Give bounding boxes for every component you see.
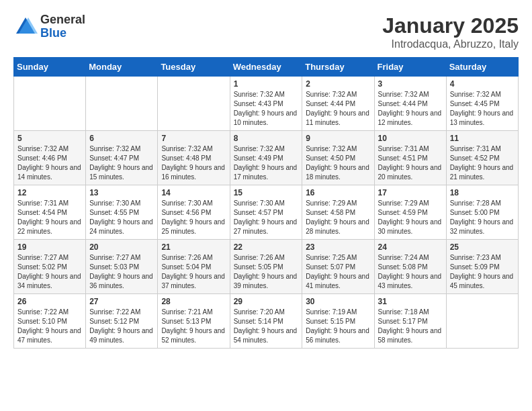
calendar-cell: 13Sunrise: 7:30 AMSunset: 4:55 PMDayligh… bbox=[86, 185, 158, 240]
calendar-week-2: 5Sunrise: 7:32 AMSunset: 4:46 PMDaylight… bbox=[14, 131, 519, 185]
day-number: 19 bbox=[17, 242, 82, 252]
day-number: 12 bbox=[17, 188, 82, 197]
day-info: Sunrise: 7:30 AMSunset: 4:57 PMDaylight:… bbox=[234, 199, 299, 236]
month-title: January 2025 bbox=[382, 13, 519, 38]
calendar-header-saturday: Saturday bbox=[446, 58, 518, 77]
day-number: 4 bbox=[450, 79, 515, 89]
day-number: 30 bbox=[306, 297, 370, 306]
day-info: Sunrise: 7:31 AMSunset: 4:52 PMDaylight:… bbox=[450, 144, 515, 182]
day-info: Sunrise: 7:18 AMSunset: 5:17 PMDaylight:… bbox=[378, 308, 443, 345]
day-number: 18 bbox=[450, 188, 515, 197]
day-info: Sunrise: 7:30 AMSunset: 4:56 PMDaylight:… bbox=[161, 199, 226, 236]
day-number: 17 bbox=[378, 188, 443, 197]
day-info: Sunrise: 7:27 AMSunset: 5:03 PMDaylight:… bbox=[89, 253, 154, 291]
calendar-cell: 8Sunrise: 7:32 AMSunset: 4:49 PMDaylight… bbox=[230, 131, 302, 185]
day-number: 7 bbox=[161, 134, 226, 143]
day-number: 23 bbox=[306, 242, 370, 252]
day-number: 25 bbox=[450, 242, 515, 252]
day-number: 29 bbox=[234, 297, 299, 306]
day-info: Sunrise: 7:26 AMSunset: 5:05 PMDaylight:… bbox=[234, 253, 299, 291]
calendar: SundayMondayTuesdayWednesdayThursdayFrid… bbox=[13, 57, 519, 349]
day-info: Sunrise: 7:32 AMSunset: 4:49 PMDaylight:… bbox=[234, 144, 299, 182]
calendar-cell: 5Sunrise: 7:32 AMSunset: 4:46 PMDaylight… bbox=[14, 131, 86, 185]
day-info: Sunrise: 7:24 AMSunset: 5:08 PMDaylight:… bbox=[378, 253, 443, 291]
logo-icon bbox=[13, 15, 38, 39]
location: Introdacqua, Abruzzo, Italy bbox=[382, 38, 519, 50]
logo-blue-text: Blue bbox=[40, 27, 85, 40]
day-number: 1 bbox=[234, 79, 299, 89]
calendar-cell: 25Sunrise: 7:23 AMSunset: 5:09 PMDayligh… bbox=[446, 240, 518, 294]
calendar-cell: 6Sunrise: 7:32 AMSunset: 4:47 PMDaylight… bbox=[86, 131, 158, 185]
calendar-cell bbox=[86, 77, 158, 131]
day-info: Sunrise: 7:29 AMSunset: 4:58 PMDaylight:… bbox=[306, 199, 370, 236]
calendar-cell: 10Sunrise: 7:31 AMSunset: 4:51 PMDayligh… bbox=[374, 131, 446, 185]
day-number: 6 bbox=[89, 134, 154, 143]
calendar-cell: 29Sunrise: 7:20 AMSunset: 5:14 PMDayligh… bbox=[230, 294, 302, 349]
day-number: 24 bbox=[378, 242, 443, 252]
calendar-cell: 2Sunrise: 7:32 AMSunset: 4:44 PMDaylight… bbox=[302, 77, 374, 131]
day-number: 3 bbox=[378, 79, 443, 89]
day-info: Sunrise: 7:28 AMSunset: 5:00 PMDaylight:… bbox=[450, 199, 515, 236]
calendar-header-sunday: Sunday bbox=[14, 58, 86, 77]
day-info: Sunrise: 7:32 AMSunset: 4:44 PMDaylight:… bbox=[306, 90, 370, 128]
calendar-header-thursday: Thursday bbox=[302, 58, 374, 77]
day-info: Sunrise: 7:22 AMSunset: 5:12 PMDaylight:… bbox=[89, 308, 154, 345]
day-info: Sunrise: 7:22 AMSunset: 5:10 PMDaylight:… bbox=[17, 308, 82, 345]
day-info: Sunrise: 7:21 AMSunset: 5:13 PMDaylight:… bbox=[161, 308, 226, 345]
day-number: 10 bbox=[378, 134, 443, 143]
day-number: 20 bbox=[89, 242, 154, 252]
calendar-cell: 9Sunrise: 7:32 AMSunset: 4:50 PMDaylight… bbox=[302, 131, 374, 185]
day-number: 28 bbox=[161, 297, 226, 306]
calendar-cell: 28Sunrise: 7:21 AMSunset: 5:13 PMDayligh… bbox=[158, 294, 230, 349]
calendar-week-3: 12Sunrise: 7:31 AMSunset: 4:54 PMDayligh… bbox=[14, 185, 519, 240]
calendar-header-tuesday: Tuesday bbox=[158, 58, 230, 77]
logo-text: General Blue bbox=[40, 13, 85, 40]
calendar-cell bbox=[446, 294, 518, 349]
calendar-header-row: SundayMondayTuesdayWednesdayThursdayFrid… bbox=[14, 58, 519, 77]
day-info: Sunrise: 7:26 AMSunset: 5:04 PMDaylight:… bbox=[161, 253, 226, 291]
day-info: Sunrise: 7:32 AMSunset: 4:45 PMDaylight:… bbox=[450, 90, 515, 128]
day-number: 27 bbox=[89, 297, 154, 306]
day-number: 22 bbox=[234, 242, 299, 252]
calendar-cell: 14Sunrise: 7:30 AMSunset: 4:56 PMDayligh… bbox=[158, 185, 230, 240]
calendar-cell: 30Sunrise: 7:19 AMSunset: 5:15 PMDayligh… bbox=[302, 294, 374, 349]
calendar-cell: 31Sunrise: 7:18 AMSunset: 5:17 PMDayligh… bbox=[374, 294, 446, 349]
day-number: 15 bbox=[234, 188, 299, 197]
calendar-cell: 3Sunrise: 7:32 AMSunset: 4:44 PMDaylight… bbox=[374, 77, 446, 131]
calendar-cell: 15Sunrise: 7:30 AMSunset: 4:57 PMDayligh… bbox=[230, 185, 302, 240]
calendar-header-wednesday: Wednesday bbox=[230, 58, 302, 77]
day-number: 26 bbox=[17, 297, 82, 306]
calendar-cell: 27Sunrise: 7:22 AMSunset: 5:12 PMDayligh… bbox=[86, 294, 158, 349]
day-info: Sunrise: 7:20 AMSunset: 5:14 PMDaylight:… bbox=[234, 308, 299, 345]
day-number: 21 bbox=[161, 242, 226, 252]
title-block: January 2025 Introdacqua, Abruzzo, Italy bbox=[382, 13, 519, 50]
page-header: General Blue January 2025 Introdacqua, A… bbox=[13, 13, 519, 50]
logo-general: General bbox=[40, 13, 85, 27]
logo: General Blue bbox=[13, 13, 85, 40]
calendar-cell: 1Sunrise: 7:32 AMSunset: 4:43 PMDaylight… bbox=[230, 77, 302, 131]
day-number: 13 bbox=[89, 188, 154, 197]
calendar-week-1: 1Sunrise: 7:32 AMSunset: 4:43 PMDaylight… bbox=[14, 77, 519, 131]
day-info: Sunrise: 7:29 AMSunset: 4:59 PMDaylight:… bbox=[378, 199, 443, 236]
day-info: Sunrise: 7:32 AMSunset: 4:47 PMDaylight:… bbox=[89, 144, 154, 182]
day-info: Sunrise: 7:32 AMSunset: 4:50 PMDaylight:… bbox=[306, 144, 370, 182]
calendar-week-4: 19Sunrise: 7:27 AMSunset: 5:02 PMDayligh… bbox=[14, 240, 519, 294]
day-info: Sunrise: 7:19 AMSunset: 5:15 PMDaylight:… bbox=[306, 308, 370, 345]
day-info: Sunrise: 7:30 AMSunset: 4:55 PMDaylight:… bbox=[89, 199, 154, 236]
day-info: Sunrise: 7:32 AMSunset: 4:46 PMDaylight:… bbox=[17, 144, 82, 182]
calendar-cell: 18Sunrise: 7:28 AMSunset: 5:00 PMDayligh… bbox=[446, 185, 518, 240]
day-info: Sunrise: 7:31 AMSunset: 4:51 PMDaylight:… bbox=[378, 144, 443, 182]
calendar-cell: 16Sunrise: 7:29 AMSunset: 4:58 PMDayligh… bbox=[302, 185, 374, 240]
day-number: 31 bbox=[378, 297, 443, 306]
day-info: Sunrise: 7:27 AMSunset: 5:02 PMDaylight:… bbox=[17, 253, 82, 291]
day-info: Sunrise: 7:32 AMSunset: 4:44 PMDaylight:… bbox=[378, 90, 443, 128]
day-number: 8 bbox=[234, 134, 299, 143]
calendar-cell: 12Sunrise: 7:31 AMSunset: 4:54 PMDayligh… bbox=[14, 185, 86, 240]
calendar-cell: 17Sunrise: 7:29 AMSunset: 4:59 PMDayligh… bbox=[374, 185, 446, 240]
calendar-cell: 22Sunrise: 7:26 AMSunset: 5:05 PMDayligh… bbox=[230, 240, 302, 294]
day-number: 11 bbox=[450, 134, 515, 143]
calendar-cell: 21Sunrise: 7:26 AMSunset: 5:04 PMDayligh… bbox=[158, 240, 230, 294]
calendar-cell: 24Sunrise: 7:24 AMSunset: 5:08 PMDayligh… bbox=[374, 240, 446, 294]
calendar-header-friday: Friday bbox=[374, 58, 446, 77]
calendar-week-5: 26Sunrise: 7:22 AMSunset: 5:10 PMDayligh… bbox=[14, 294, 519, 349]
